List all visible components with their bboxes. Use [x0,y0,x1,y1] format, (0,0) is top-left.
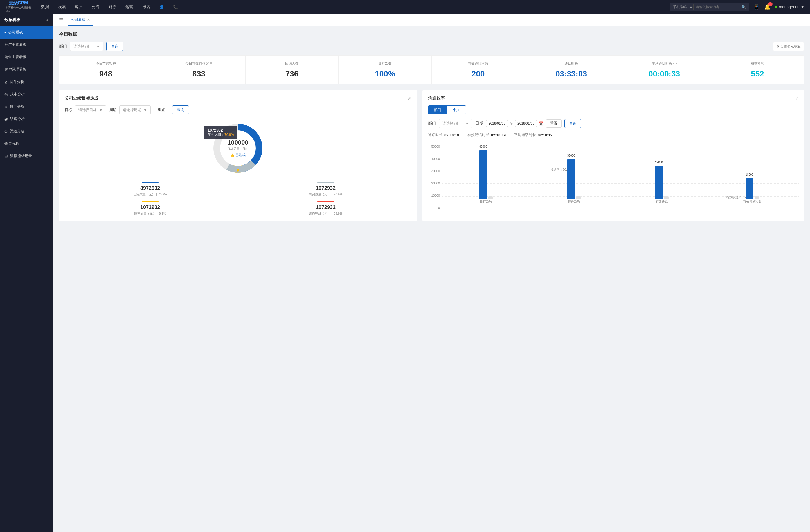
bars-row: 43000 拨打次数 接通率：70.9% [442,142,799,210]
tooltip-value: 1072932 [208,128,234,132]
search-type-select[interactable]: 手机号码 [670,3,693,11]
today-query-btn[interactable]: 查询 [106,42,123,51]
user-info[interactable]: manager11 ▼ [775,5,804,9]
tablet-icon[interactable]: 📱 [754,4,760,10]
bar-chart: 50000 40000 30000 20000 10000 0 [428,142,799,215]
tab-personal[interactable]: 个人 [447,105,466,114]
notification-bell[interactable]: 🔔 5 [764,4,770,10]
goal-query-btn[interactable]: 查询 [172,105,189,114]
sidebar-item-label: 数据流转记录 [10,153,32,159]
stat-value: 948 [63,69,149,79]
main-content: ☰ 公司看板 ✕ 今日数据 部门 请选择部门 ▼ 查询 [53,14,810,532]
stat-value: 200 [435,69,521,79]
period-label: 周期 [109,107,116,113]
bar-label-18000: 18000 [746,173,754,176]
comm-dept-select[interactable]: 请选择部门 ▼ [439,119,472,128]
sidebar-item-label: 访客分析 [10,116,25,121]
nav-leads[interactable]: 线索 [53,0,70,14]
comm-summary: 通话时长 02:10:19 有效通话时长 02:10:19 平均通话时长 02:… [428,132,799,137]
nav-finance[interactable]: 财务 [104,0,121,14]
sidebar-item-promo[interactable]: ◈ 推广分析 [0,100,53,113]
search-button[interactable]: 🔍 [739,3,749,11]
stat-label: 拨打次数 [342,61,428,66]
stat-value: 100% [342,69,428,79]
bar-group-effective-connect: 有效接通率：70.9% 18000 有效接通次数 [743,178,762,204]
bar-group-dial: 43000 拨打次数 [479,150,493,204]
goal-filters: 目标 请选择目标 ▼ 周期 请选择周期 ▼ 重置 查询 [65,105,411,114]
promo-icon: ◈ [4,104,7,109]
nav-public-sea[interactable]: 公海 [87,0,104,14]
goal-panel: 公司业绩目标达成 ⤢ 目标 请选择目标 ▼ 周期 请选择周期 ▼ [59,90,417,221]
bar-pair-connect: 35000 [567,159,581,199]
tab-bar: ☰ 公司看板 ✕ [53,14,810,26]
logo: 云朵CRM 教育机构一站式服务云平台 [6,1,31,13]
stat-call-duration: 通话时长 03:33:03 [525,56,618,84]
date-separator: 至 [509,121,513,126]
target-label: 目标 [65,107,72,113]
stat-label-should: 应完成量（元）｜8.9% [65,212,236,216]
stat-value: 00:00:33 [621,69,707,79]
stat-label: 成交单数 [714,61,801,66]
summary-effective: 有效通话时长 02:10:19 [467,132,506,137]
cost-icon: ◎ [4,92,8,97]
comm-query-btn[interactable]: 查询 [565,119,581,128]
sidebar-item-data-flow[interactable]: ⊞ 数据流转记录 [0,150,53,162]
sidebar-title: 数据看板 [4,17,20,22]
stat-effective-consult: 今日有效首咨客户 833 [152,56,245,84]
date-from[interactable]: 2018/01/08 [486,120,508,127]
sidebar-collapse-btn[interactable]: ▲ [46,18,49,22]
nav-operations[interactable]: 运营 [121,0,138,14]
sidebar-item-sales-manager[interactable]: 销售主管看板 [0,51,53,63]
summary-effective-value: 02:10:19 [491,133,506,137]
search-input[interactable] [694,3,739,11]
sidebar-item-company-board[interactable]: ▪ 公司看板 [0,26,53,38]
y-label-0: 0 [438,206,440,210]
bar-group-label-dial: 拨打次数 [480,200,492,204]
today-data-section: 今日数据 部门 请选择部门 ▼ 查询 ⚙ 设置显示指标 [59,32,804,84]
stat-value: 736 [249,69,335,79]
stat-label: 有效通话次数 [435,61,521,66]
nav-data[interactable]: 数据 [36,0,53,14]
nav-phone-icon[interactable]: 📞 [168,0,182,14]
sidebar-item-promo-manager[interactable]: 推广主管看板 [0,38,53,51]
stat-label: 今日首咨客户 [63,61,149,66]
settings-display-btn[interactable]: ⚙ 设置显示指标 [773,42,804,51]
period-select[interactable]: 请选择周期 ▼ [119,105,151,114]
calendar-icon[interactable]: 📅 [539,121,543,126]
sidebar-item-cost[interactable]: ◎ 成本分析 [0,88,53,100]
bar-effective-light [664,196,668,199]
summary-talk-value: 02:10:19 [444,133,459,137]
tab-close-icon[interactable]: ✕ [87,18,90,22]
hamburger-icon[interactable]: ☰ [59,17,63,22]
dept-select[interactable]: 请选择部门 ▼ [70,42,103,51]
comm-panel-header: 沟通效率 ⤢ [428,96,799,101]
stat-value-should: 1072932 [65,204,236,210]
goal-expand-icon[interactable]: ⤢ [408,96,411,101]
nav-customers[interactable]: 客户 [70,0,87,14]
comm-expand-icon[interactable]: ⤢ [795,96,799,101]
comm-reset-btn[interactable]: 重置 [546,119,562,128]
y-label-40000: 40000 [431,157,440,161]
sidebar-item-customer-manager[interactable]: 客户经理看板 [0,63,53,76]
target-select[interactable]: 请选择目标 ▼ [75,105,106,114]
stat-label: 平均通话时长 ⓘ [621,61,707,66]
sidebar-item-sales[interactable]: 销售分析 [0,137,53,150]
sidebar-item-label: 销售分析 [4,141,19,146]
goal-reset-btn[interactable]: 重置 [153,106,169,114]
nav-enrollment[interactable]: 报名 [138,0,155,14]
date-to[interactable]: 2018/01/08 [515,120,537,127]
stat-avg-duration: 平均通话时长 ⓘ 00:00:33 [618,56,711,84]
nav-user-icon[interactable]: 👤 [155,0,168,14]
donut-chart-wrap: 1072932 所占比例：70.9% [65,120,411,176]
y-label-30000: 30000 [431,169,440,173]
sidebar-item-label: 渠道分析 [10,129,25,134]
tab-company-board[interactable]: 公司看板 ✕ [67,14,93,26]
bar-pair-dial: 43000 [479,150,493,199]
logo-main: 云朵CRM [9,1,28,5]
sidebar-item-visitor[interactable]: ◉ 访客分析 [0,113,53,125]
stat-value: 03:33:03 [528,69,614,79]
tab-dept[interactable]: 部门 [428,105,447,114]
sidebar-item-channel[interactable]: ◇ 渠道分析 [0,125,53,137]
sidebar-item-funnel[interactable]: ⧖ 漏斗分析 [0,76,53,88]
stat-value-uncompleted: 1072932 [240,185,411,191]
